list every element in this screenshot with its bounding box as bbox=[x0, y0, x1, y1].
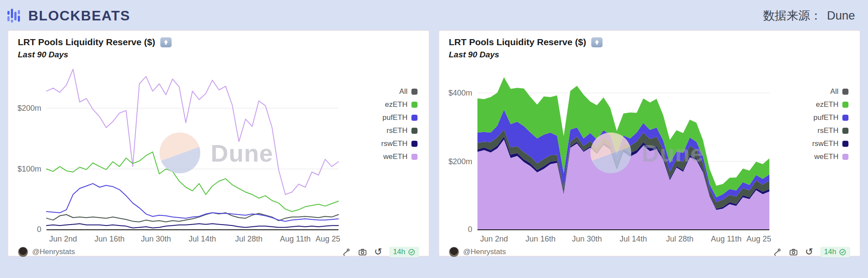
x-axis-label: Jun 30th bbox=[141, 235, 171, 243]
legend-item-all[interactable]: All bbox=[830, 87, 848, 96]
y-axis-label: 0 bbox=[468, 225, 472, 234]
x-axis-label: Aug 11th bbox=[711, 235, 742, 243]
x-axis-label: Jul 28th bbox=[666, 235, 693, 243]
x-axis-label: Jul 14th bbox=[620, 235, 647, 243]
legend-label: rswETH bbox=[381, 139, 407, 148]
data-source-value: Dune bbox=[827, 9, 855, 23]
chart-title: LRT Pools Liquidity Reserve ($) bbox=[449, 37, 586, 47]
legend-label: All bbox=[399, 87, 407, 96]
refreshed-ago-badge[interactable]: 14h bbox=[389, 247, 419, 257]
blockbeats-logo[interactable]: BLOCKBEATS bbox=[6, 7, 130, 25]
author-handle[interactable]: @Henrystats bbox=[463, 248, 506, 256]
author-handle[interactable]: @Henrystats bbox=[32, 248, 75, 256]
camera-icon[interactable] bbox=[789, 248, 798, 257]
check-circle-icon bbox=[839, 248, 846, 256]
chart-legend: AllezETHpufETHrsETHrswETHweETH bbox=[381, 61, 419, 245]
author-avatar[interactable] bbox=[449, 247, 459, 257]
refreshed-ago-label: 14h bbox=[393, 248, 405, 256]
legend-item-pufeth[interactable]: pufETH bbox=[813, 113, 848, 122]
charts-container: LRT Pools Liquidity Reserve ($) Last 90 … bbox=[0, 30, 868, 256]
legend-item-pufeth[interactable]: pufETH bbox=[382, 113, 417, 122]
refreshed-ago-badge[interactable]: 14h bbox=[820, 247, 850, 257]
legend-color-chip bbox=[842, 115, 848, 121]
legend-item-rsweth[interactable]: rswETH bbox=[381, 139, 417, 148]
legend-color-chip bbox=[411, 141, 417, 147]
legend-color-chip bbox=[411, 154, 417, 160]
legend-color-chip bbox=[842, 102, 848, 108]
legend-label: weETH bbox=[383, 152, 407, 161]
up-arrow-badge-icon bbox=[160, 37, 172, 47]
legend-item-rsweth[interactable]: rswETH bbox=[812, 139, 848, 148]
refreshed-ago-label: 14h bbox=[824, 248, 836, 256]
legend-label: rsETH bbox=[387, 126, 407, 135]
refresh-icon[interactable]: ↺ bbox=[805, 247, 813, 257]
x-axis-label: Aug 25th bbox=[746, 235, 771, 243]
legend-item-all[interactable]: All bbox=[399, 87, 417, 96]
card-footer: @Henrystats ↺ 14h bbox=[18, 245, 419, 257]
x-axis-label: Jun 2nd bbox=[49, 235, 77, 243]
data-source-label: 数据来源： bbox=[763, 8, 822, 23]
legend-color-chip bbox=[842, 128, 848, 134]
x-axis-label: Aug 11th bbox=[280, 235, 311, 243]
y-axis-label: $200m bbox=[449, 157, 472, 166]
fork-icon[interactable] bbox=[773, 248, 782, 257]
legend-item-ezeth[interactable]: ezETH bbox=[816, 100, 848, 109]
chart-subtitle: Last 90 Days bbox=[18, 50, 419, 60]
card-footer: @Henrystats ↺ 14h bbox=[449, 245, 850, 257]
x-axis-label: Jul 28th bbox=[235, 235, 262, 243]
legend-item-weeth[interactable]: weETH bbox=[383, 152, 417, 161]
y-axis-label: $200m bbox=[18, 104, 41, 113]
legend-label: pufETH bbox=[382, 113, 407, 122]
chart-title: LRT Pools Liquidity Reserve ($) bbox=[18, 37, 155, 47]
legend-color-chip bbox=[411, 115, 417, 121]
camera-icon[interactable] bbox=[358, 248, 367, 257]
legend-item-rseth[interactable]: rsETH bbox=[818, 126, 848, 135]
x-axis-label: Jun 16th bbox=[95, 235, 125, 243]
chart-legend: AllezETHpufETHrsETHrswETHweETH bbox=[812, 61, 850, 245]
y-axis-label: $100m bbox=[18, 165, 41, 173]
y-axis-label: $400m bbox=[449, 89, 472, 97]
check-circle-icon bbox=[408, 248, 415, 256]
legend-label: rswETH bbox=[812, 139, 838, 148]
legend-color-chip bbox=[842, 141, 848, 147]
chart-subtitle: Last 90 Days bbox=[449, 50, 850, 60]
fork-icon[interactable] bbox=[342, 248, 351, 257]
blockbeats-logo-icon bbox=[6, 7, 24, 25]
stacked-area-chart[interactable]: $400m$200m0Jun 2ndJun 16thJun 30thJul 14… bbox=[449, 61, 771, 245]
legend-label: ezETH bbox=[385, 100, 407, 109]
legend-label: rsETH bbox=[818, 126, 838, 135]
legend-color-chip bbox=[842, 154, 848, 160]
legend-label: All bbox=[830, 87, 838, 96]
legend-item-weeth[interactable]: weETH bbox=[814, 152, 848, 161]
refresh-icon[interactable]: ↺ bbox=[374, 247, 382, 257]
series-line-weETH bbox=[46, 69, 338, 194]
legend-color-chip bbox=[411, 128, 417, 134]
area-chart-card: LRT Pools Liquidity Reserve ($) Last 90 … bbox=[439, 30, 860, 256]
line-chart-card: LRT Pools Liquidity Reserve ($) Last 90 … bbox=[8, 30, 429, 256]
x-axis-label: Jun 30th bbox=[572, 235, 602, 243]
legend-item-ezeth[interactable]: ezETH bbox=[385, 100, 417, 109]
series-line-ezETH bbox=[46, 152, 338, 212]
up-arrow-badge-icon bbox=[591, 37, 603, 47]
legend-label: weETH bbox=[814, 152, 838, 161]
series-line-rswETH bbox=[46, 224, 338, 228]
x-axis-label: Jul 14th bbox=[189, 235, 216, 243]
legend-label: pufETH bbox=[813, 113, 838, 122]
blockbeats-logo-text: BLOCKBEATS bbox=[28, 8, 130, 24]
line-chart[interactable]: $200m$100m0Jun 2ndJun 16thJun 30thJul 14… bbox=[18, 61, 340, 245]
y-axis-label: 0 bbox=[37, 225, 41, 234]
legend-label: ezETH bbox=[816, 100, 838, 109]
top-bar: BLOCKBEATS 数据来源： Dune bbox=[0, 0, 868, 30]
x-axis-label: Aug 25th bbox=[315, 235, 340, 243]
x-axis-label: Jun 16th bbox=[526, 235, 556, 243]
legend-item-rseth[interactable]: rsETH bbox=[387, 126, 417, 135]
data-source: 数据来源： Dune bbox=[763, 8, 855, 23]
author-avatar[interactable] bbox=[18, 247, 28, 257]
legend-color-chip bbox=[411, 102, 417, 108]
x-axis-label: Jun 2nd bbox=[480, 235, 508, 243]
legend-color-chip bbox=[842, 89, 848, 95]
legend-color-chip bbox=[411, 89, 417, 95]
